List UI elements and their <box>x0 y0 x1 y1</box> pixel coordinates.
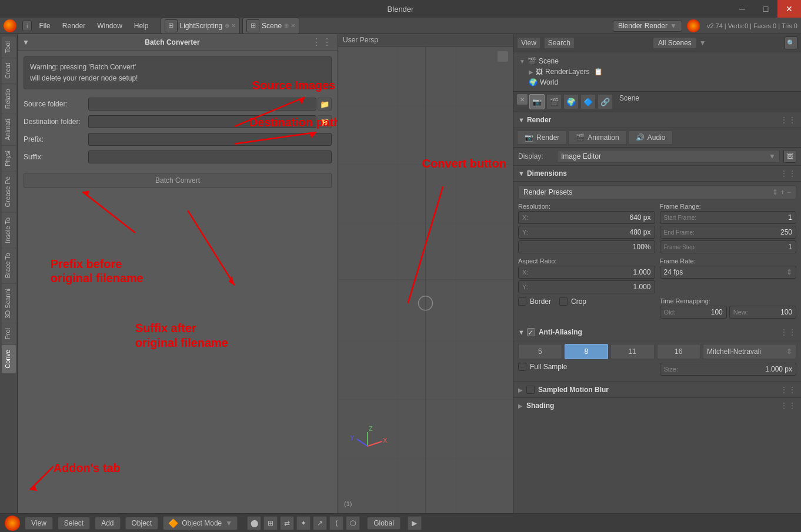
prop-icon-render[interactable]: 📷 <box>529 94 545 109</box>
bottom-icon-7[interactable]: ⬡ <box>346 516 360 530</box>
aa-btn-5[interactable]: 5 <box>518 344 562 359</box>
workspace-selector[interactable]: ⊞ LightScripting ⊕ ✕ <box>161 18 241 34</box>
panel-collapse-arrow[interactable]: ▼ <box>22 38 29 46</box>
motion-blur-section[interactable]: ▶ Sampled Motion Blur ⋮⋮ <box>513 382 801 397</box>
select-btn[interactable]: Select <box>58 517 90 530</box>
framerate-field[interactable]: 24 fps ⇕ <box>660 266 797 279</box>
size-field[interactable]: Size: 1.000 px <box>660 363 797 376</box>
tree-item-world[interactable]: 🌍 World <box>526 77 797 88</box>
help-menu[interactable]: Help <box>129 20 153 32</box>
bottom-icon-1[interactable]: ⬤ <box>247 516 261 530</box>
bottom-icon-4[interactable]: ✦ <box>296 516 311 530</box>
full-sample-checkbox[interactable] <box>518 363 526 371</box>
render-tab-render[interactable]: 📷 Render <box>517 131 567 145</box>
frame-step-field[interactable]: Frame Step: 1 <box>660 240 797 253</box>
source-folder-input[interactable] <box>88 98 316 111</box>
render-menu[interactable]: Render <box>58 20 90 32</box>
aspect-y-field[interactable]: Y: 1.000 <box>518 280 655 293</box>
bottom-icon-2[interactable]: ⊞ <box>263 516 278 530</box>
tab-grease[interactable]: Grease Pe <box>2 172 16 212</box>
tab-animation[interactable]: Animati <box>2 114 16 145</box>
presets-remove[interactable]: − <box>787 188 791 196</box>
tab-prol[interactable]: Prol <box>2 323 16 344</box>
res-y-field[interactable]: Y: 480 px <box>518 226 655 239</box>
viewport-corner-btn[interactable] <box>498 51 508 62</box>
start-frame-field[interactable]: Start Frame: 1 <box>660 211 797 224</box>
tab-insole[interactable]: Insole To <box>2 213 16 248</box>
renderer-selector[interactable]: Blender Render ▼ <box>613 20 682 32</box>
tree-item-renderlayers[interactable]: ▶ 🖼 RenderLayers 📋 <box>526 66 797 77</box>
tab-physics[interactable]: Physi <box>2 146 16 171</box>
time-new-field[interactable]: New: 100 <box>729 306 796 319</box>
global-btn[interactable]: Global <box>367 517 400 530</box>
aa-filter-select[interactable]: Mitchell-Netravali ⇕ <box>703 344 796 359</box>
search-icon-btn[interactable]: 🔍 <box>785 36 797 49</box>
mode-selector[interactable]: 🔶 Object Mode ▼ <box>163 516 238 530</box>
prop-icon-world[interactable]: 🌍 <box>563 94 579 109</box>
tree-item-scene[interactable]: ▼ 🎬 Scene <box>517 56 797 66</box>
motion-dots[interactable]: ⋮⋮ <box>780 385 796 394</box>
prefix-input[interactable] <box>88 133 332 146</box>
view-btn[interactable]: View <box>25 517 53 530</box>
prop-icon-scene[interactable]: 🎬 <box>546 94 562 109</box>
source-folder-browse-btn[interactable]: 📁 <box>318 98 332 111</box>
res-x-field[interactable]: X: 640 px <box>518 211 655 224</box>
display-select[interactable]: Image Editor ▼ <box>557 150 780 163</box>
presets-add[interactable]: + <box>780 188 785 196</box>
render-tab-audio[interactable]: 🔊 Audio <box>628 131 673 145</box>
scene-selector-right[interactable]: All Scenes ▼ <box>578 37 781 49</box>
3d-viewport[interactable]: X Z Y (1) Convert button <box>338 46 513 513</box>
window-menu[interactable]: Window <box>92 20 127 32</box>
tab-conve[interactable]: Conve <box>2 345 16 373</box>
render-presets-selector[interactable]: Render Presets ⇕ + − <box>518 185 796 199</box>
aa-section-header[interactable]: ▼ ✓ Anti-Aliasing ⋮⋮ <box>513 324 801 340</box>
suffix-input[interactable] <box>88 150 332 163</box>
right-content[interactable]: ▼ Render ⋮⋮ 📷 Render 🎬 Animation 🔊 Audio <box>513 112 801 513</box>
bottom-icon-5[interactable]: ↗ <box>313 516 327 530</box>
bottom-blender-icon[interactable] <box>5 516 20 531</box>
dimensions-section-header[interactable]: ▼ Dimensions ⋮⋮ <box>513 166 801 182</box>
shading-dots[interactable]: ⋮⋮ <box>780 401 796 410</box>
close-btn[interactable]: ✕ <box>777 0 801 18</box>
tab-3dscann[interactable]: 3D Scanni <box>2 284 16 323</box>
tab-create[interactable]: Creat <box>2 58 16 83</box>
prop-icon-constraints[interactable]: 🔗 <box>598 94 613 109</box>
view-nav-btn[interactable]: View <box>517 37 540 49</box>
dim-dots[interactable]: ⋮⋮ <box>780 169 796 178</box>
scene-selector[interactable]: ⊞ Scene ⊕ ✕ <box>242 18 299 34</box>
info-button[interactable]: i <box>22 21 32 31</box>
dest-folder-input[interactable] <box>88 115 316 128</box>
display-icon-btn[interactable]: 🖼 <box>783 150 796 163</box>
tab-relations[interactable]: Relatio <box>2 84 16 113</box>
minimize-btn[interactable]: ─ <box>730 0 754 18</box>
aa-dots[interactable]: ⋮⋮ <box>780 327 796 337</box>
render-section-header[interactable]: ▼ Render ⋮⋮ <box>513 112 801 128</box>
prop-icon-object[interactable]: 🔷 <box>580 94 596 109</box>
bottom-icon-right[interactable]: ▶ <box>408 516 422 530</box>
tab-tool[interactable]: Tool <box>2 36 16 58</box>
search-nav-btn[interactable]: Search <box>544 37 575 49</box>
panel-menu-dots[interactable]: ⋮⋮ <box>312 36 333 48</box>
aa-btn-8[interactable]: 8 <box>565 344 609 359</box>
time-old-field[interactable]: Old: 100 <box>660 306 727 319</box>
add-btn[interactable]: Add <box>95 517 120 530</box>
res-percent-field[interactable]: 100% <box>518 240 655 253</box>
motion-blur-checkbox[interactable] <box>526 386 535 394</box>
batch-convert-btn[interactable]: Batch Convert <box>24 173 332 188</box>
aspect-x-field[interactable]: X: 1.000 <box>518 266 655 279</box>
end-frame-field[interactable]: End Frame: 250 <box>660 226 797 239</box>
object-btn[interactable]: Object <box>125 517 159 530</box>
shading-section[interactable]: ▶ Shading ⋮⋮ <box>513 397 801 413</box>
dest-folder-browse-btn[interactable]: 📁 <box>318 115 332 128</box>
bottom-icon-6[interactable]: ⟨ <box>329 516 343 530</box>
render-section-dots[interactable]: ⋮⋮ <box>780 115 796 125</box>
aa-enable-checkbox[interactable]: ✓ <box>527 328 535 336</box>
render-tab-animation[interactable]: 🎬 Animation <box>568 131 626 145</box>
close-outliner-btn[interactable]: ✕ <box>517 94 528 105</box>
bottom-icon-3[interactable]: ⇄ <box>280 516 294 530</box>
aa-btn-16[interactable]: 16 <box>657 344 701 359</box>
file-menu[interactable]: File <box>34 20 55 32</box>
maximize-btn[interactable]: □ <box>754 0 777 18</box>
aa-btn-11[interactable]: 11 <box>610 344 655 359</box>
border-checkbox[interactable] <box>518 297 526 306</box>
